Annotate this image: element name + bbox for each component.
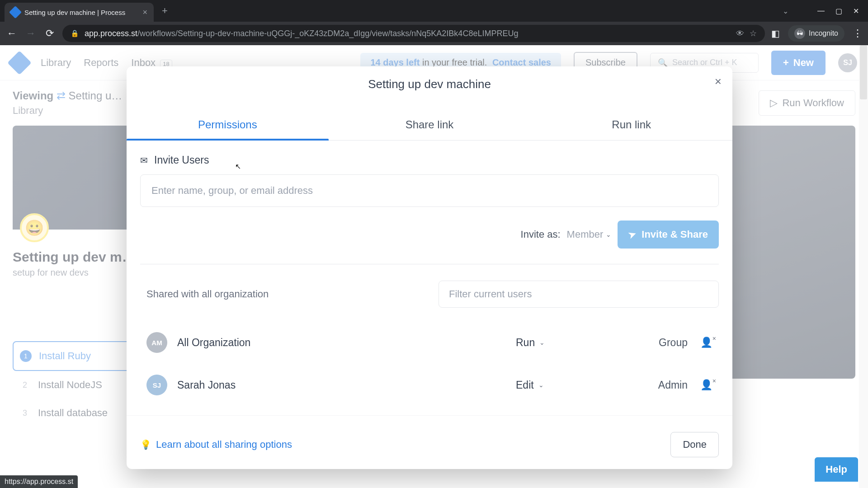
incognito-badge[interactable]: 🕶 Incognito xyxy=(788,25,844,42)
close-tab-icon[interactable]: × xyxy=(142,8,147,17)
close-window-icon[interactable]: ✕ xyxy=(853,7,859,15)
close-modal-button[interactable]: × xyxy=(715,75,722,89)
user-avatar-icon: SJ xyxy=(146,375,167,395)
back-button[interactable]: ← xyxy=(5,28,18,39)
tab-title: Setting up dev machine | Process xyxy=(24,9,138,16)
minimize-window-icon[interactable]: — xyxy=(817,7,825,15)
reload-button[interactable]: ⟳ xyxy=(43,28,56,39)
share-modal: Setting up dev machine × Permissions Sha… xyxy=(127,66,732,469)
status-bar-url: https://app.process.st xyxy=(0,475,78,488)
chevron-down-icon: ⌄ xyxy=(539,339,545,346)
tab-share-link[interactable]: Share link xyxy=(329,118,531,140)
user-name: All Organization xyxy=(177,337,516,349)
chevron-down-icon: ⌄ xyxy=(538,381,544,389)
incognito-icon: 🕶 xyxy=(794,28,805,39)
send-icon: ➤ xyxy=(627,228,638,241)
invite-input[interactable] xyxy=(140,174,719,207)
eye-off-icon[interactable]: 👁 xyxy=(736,29,744,38)
envelope-icon: ✉ xyxy=(140,155,148,166)
chevron-down-icon: ⌄ xyxy=(606,231,611,238)
tabs-dropdown-icon[interactable]: ⌄ xyxy=(783,7,788,15)
permission-select[interactable]: Run ⌄ xyxy=(516,337,570,349)
address-bar[interactable]: 🔒 app.process.st/workflows/Setting-up-de… xyxy=(62,25,765,42)
invite-users-label: ✉ Invite Users xyxy=(140,154,719,166)
side-panel-icon[interactable]: ◧ xyxy=(771,28,780,39)
lightbulb-icon: 💡 xyxy=(140,439,151,450)
modal-title: Setting up dev machine xyxy=(127,77,732,91)
filter-users-input[interactable] xyxy=(439,281,719,308)
user-name: Sarah Jonas xyxy=(177,379,516,391)
invite-share-button[interactable]: ➤ Invite & Share xyxy=(618,221,719,249)
permission-select[interactable]: Edit ⌄ xyxy=(516,379,570,391)
done-button[interactable]: Done xyxy=(670,432,719,457)
new-tab-button[interactable]: + xyxy=(162,5,168,17)
lock-icon: 🔒 xyxy=(71,29,79,38)
user-row: SJ Sarah Jonas Edit ⌄ Admin 👤 xyxy=(140,364,719,406)
user-row: AM All Organization Run ⌄ Group 👤 xyxy=(140,321,719,364)
maximize-window-icon[interactable]: ▢ xyxy=(835,7,842,15)
remove-user-icon[interactable]: 👤 xyxy=(700,379,712,391)
browser-menu-icon[interactable]: ⋮ xyxy=(853,28,863,39)
user-role: Admin xyxy=(615,379,688,391)
bookmark-star-icon[interactable]: ☆ xyxy=(750,28,757,38)
invite-role-select[interactable]: Member ⌄ xyxy=(567,229,612,240)
help-button[interactable]: Help xyxy=(815,457,858,482)
forward-button[interactable]: → xyxy=(24,28,37,39)
tab-permissions[interactable]: Permissions xyxy=(127,118,329,140)
user-avatar-icon: AM xyxy=(146,332,167,353)
favicon xyxy=(9,6,22,19)
invite-as-label: Invite as: xyxy=(521,229,561,240)
user-role: Group xyxy=(615,337,688,349)
browser-tab[interactable]: Setting up dev machine | Process × xyxy=(5,3,154,22)
tab-run-link[interactable]: Run link xyxy=(530,118,732,140)
shared-with-label: Shared with all organization xyxy=(146,288,269,300)
remove-user-icon[interactable]: 👤 xyxy=(700,337,712,348)
url-text: app.process.st/workflows/Setting-up-dev-… xyxy=(85,29,731,38)
learn-sharing-link[interactable]: 💡 Learn about all sharing options xyxy=(140,439,292,450)
